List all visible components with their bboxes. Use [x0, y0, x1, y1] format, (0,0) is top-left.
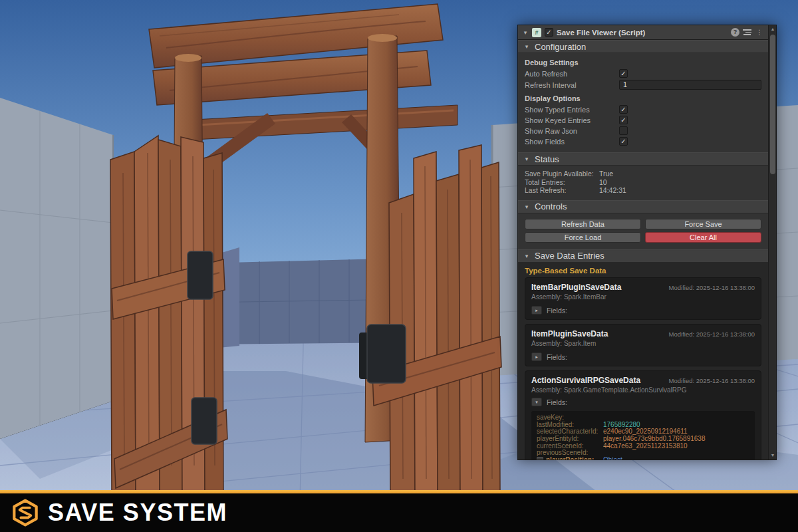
- section-title: Save Data Entries: [535, 251, 604, 261]
- right-door: [389, 145, 500, 493]
- section-status[interactable]: ▾ Status: [518, 152, 768, 166]
- save-entry-card: ItemBarPluginSaveData Modified: 2025-12-…: [525, 277, 761, 320]
- show-keyed-entries-checkbox[interactable]: ✓: [619, 116, 628, 124]
- section-title: Configuration: [535, 42, 586, 52]
- force-save-button[interactable]: Force Save: [645, 219, 761, 229]
- screenshot-root: ▾ # ✓ Save File Viewer (Script) ? ⋮ ▾ Co…: [0, 0, 798, 532]
- fields-foldout-button[interactable]: ▸: [531, 306, 542, 315]
- type-based-group-label: Type-Based Save Data: [525, 267, 761, 277]
- entry-assembly: Assembly: Spark.Item: [531, 340, 755, 347]
- field-key: playerPosition:: [546, 456, 603, 460]
- field-value: 1765892280: [603, 421, 640, 428]
- refresh-data-button[interactable]: Refresh Data: [525, 219, 641, 229]
- scroll-up-icon[interactable]: ▲: [769, 25, 777, 33]
- field-value: player.046c73c9bbd0.1765891638: [603, 435, 705, 442]
- foldout-icon[interactable]: ▾: [523, 156, 530, 162]
- hexagon-s-logo: [12, 498, 39, 527]
- entry-assembly: Assembly: Spark.GameTemplate.ActionSurvi…: [531, 386, 755, 394]
- force-load-button[interactable]: Force Load: [525, 232, 641, 243]
- foldout-icon[interactable]: ▸: [537, 457, 543, 460]
- field-value: 44ca7e63_20251123153810: [603, 442, 688, 450]
- entry-modified: Modified: 2025-12-16 13:38:00: [669, 377, 755, 384]
- entry-name: ItemPluginSaveData: [531, 329, 669, 338]
- save-entry-card: ItemPluginSaveData Modified: 2025-12-16 …: [525, 324, 761, 366]
- entry-assembly: Assembly: Spark.ItemBar: [531, 293, 755, 301]
- status-value: 14:42:31: [599, 186, 626, 195]
- section-configuration[interactable]: ▾ Configuration: [518, 40, 768, 53]
- presets-icon[interactable]: [743, 29, 751, 35]
- save-entry-card: ActionSurvivalRPGSaveData Modified: 2025…: [525, 370, 761, 460]
- section-title: Controls: [535, 201, 567, 211]
- field-key: currentSceneId:: [537, 442, 603, 450]
- refresh-interval-label: Refresh Interval: [525, 81, 619, 89]
- status-label: Total Entries:: [525, 178, 599, 187]
- field-value: Object: [603, 456, 622, 460]
- fields-box: saveKey: lastModified:1765892280 selecte…: [531, 411, 755, 460]
- foldout-icon[interactable]: ▾: [523, 203, 530, 210]
- left-wall: [0, 98, 113, 439]
- entry-name: ItemBarPluginSaveData: [531, 283, 669, 292]
- configuration-body: Debug Settings Auto Refresh ✓ Refresh In…: [518, 53, 768, 152]
- clear-all-button[interactable]: Clear All: [645, 232, 761, 243]
- scrollbar[interactable]: ▲ ▼: [768, 25, 776, 460]
- component-enabled-checkbox[interactable]: ✓: [545, 28, 553, 37]
- debug-settings-label: Debug Settings: [525, 59, 761, 68]
- show-fields-label: Show Fields: [525, 138, 619, 146]
- display-options-label: Display Options: [525, 94, 761, 104]
- help-icon[interactable]: ?: [731, 28, 739, 37]
- banner-title: SAVE SYSTEM: [48, 499, 227, 527]
- section-save-data-entries[interactable]: ▾ Save Data Entries: [518, 249, 768, 263]
- scrollbar-thumb[interactable]: [770, 35, 775, 174]
- inspector-panel: ▾ # ✓ Save File Viewer (Script) ? ⋮ ▾ Co…: [517, 25, 777, 460]
- status-value: 10: [599, 178, 607, 187]
- show-typed-entries-label: Show Typed Entries: [525, 106, 619, 114]
- entry-modified: Modified: 2025-12-16 13:38:00: [669, 331, 755, 338]
- entries-list: Type-Based Save Data ItemBarPluginSaveDa…: [518, 263, 768, 460]
- show-typed-entries-checkbox[interactable]: ✓: [619, 105, 628, 114]
- controls-body: Refresh Data Force Save Force Load Clear…: [518, 213, 768, 249]
- auto-refresh-label: Auto Refresh: [525, 70, 619, 78]
- fields-foldout-button[interactable]: ▾: [531, 398, 542, 406]
- foldout-icon[interactable]: ▾: [523, 253, 530, 259]
- component-header[interactable]: ▾ # ✓ Save File Viewer (Script) ? ⋮: [518, 25, 768, 40]
- field-key: saveKey:: [537, 414, 603, 421]
- show-keyed-entries-label: Show Keyed Entries: [525, 116, 619, 124]
- component-foldout-icon[interactable]: ▾: [522, 29, 529, 36]
- show-raw-json-checkbox[interactable]: [619, 126, 628, 135]
- status-value: True: [599, 170, 613, 178]
- script-icon: #: [532, 28, 541, 37]
- entry-name: ActionSurvivalRPGSaveData: [531, 376, 669, 385]
- fields-label: Fields:: [547, 398, 567, 406]
- field-key: previousSceneId:: [537, 449, 603, 456]
- section-title: Status: [535, 154, 559, 164]
- entry-modified: Modified: 2025-12-16 13:38:00: [669, 284, 755, 291]
- auto-refresh-checkbox[interactable]: ✓: [619, 69, 628, 78]
- status-body: Save Plugin Available: True Total Entrie…: [518, 166, 768, 200]
- component-title: Save File Viewer (Script): [557, 29, 728, 37]
- status-label: Last Refresh:: [525, 186, 599, 195]
- section-controls[interactable]: ▾ Controls: [518, 200, 768, 213]
- field-key: selectedCharacterId:: [537, 428, 603, 435]
- banner: SAVE SYSTEM: [0, 493, 798, 532]
- fields-foldout-button[interactable]: ▸: [531, 352, 542, 361]
- kebab-menu-icon[interactable]: ⋮: [755, 29, 764, 36]
- show-raw-json-label: Show Raw Json: [525, 127, 619, 135]
- field-value: e240ec90_20250912194611: [603, 428, 688, 435]
- field-key: lastModified:: [537, 421, 603, 428]
- show-fields-checkbox[interactable]: ✓: [619, 137, 628, 146]
- scroll-down-icon[interactable]: ▼: [769, 452, 777, 460]
- fields-label: Fields:: [547, 353, 567, 361]
- foldout-icon[interactable]: ▾: [523, 43, 530, 50]
- fields-label: Fields:: [547, 307, 567, 315]
- refresh-interval-input[interactable]: 1: [619, 80, 761, 90]
- status-label: Save Plugin Available:: [525, 170, 599, 178]
- field-key: playerEntityId:: [537, 435, 603, 442]
